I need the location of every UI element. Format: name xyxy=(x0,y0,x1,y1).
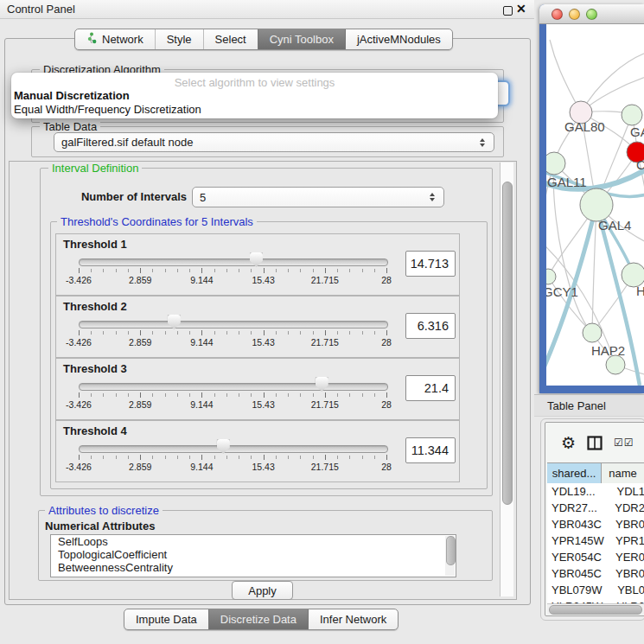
threshold-value-field[interactable]: 14.713 xyxy=(405,251,456,277)
network-node-label: GA xyxy=(630,124,644,139)
axis-major-tick xyxy=(386,392,387,398)
table-row[interactable]: YDL19...YDL1 xyxy=(547,483,644,500)
tab-jactivemnodules[interactable]: jActiveMNodules xyxy=(345,29,452,49)
cell-shared-name[interactable]: YER054C xyxy=(547,549,610,565)
axis-major-tick xyxy=(386,330,387,335)
tab-infer-network[interactable]: Infer Network xyxy=(308,609,398,629)
axis-major-tick xyxy=(79,268,80,273)
numerical-attributes-label: Numerical Attributes xyxy=(45,520,155,532)
table-data-combo[interactable]: galFiltered.sif default node xyxy=(54,132,494,152)
tab-select[interactable]: Select xyxy=(203,29,258,49)
axis-major-tick xyxy=(325,392,326,398)
network-node-label: GCY1 xyxy=(546,284,578,299)
number-of-intervals-combo[interactable]: 5 xyxy=(192,187,444,207)
cell-name[interactable]: YER0 xyxy=(610,549,644,565)
column-header-name[interactable]: name xyxy=(602,463,644,484)
axis-label: 28 xyxy=(381,462,392,472)
tab-style[interactable]: Style xyxy=(155,29,203,49)
cell-shared-name[interactable]: YBL079W xyxy=(547,582,612,598)
cell-name[interactable]: YBR0 xyxy=(610,516,644,532)
threshold-value-field[interactable]: 11.344 xyxy=(405,437,456,463)
axis-label: -3.426 xyxy=(66,275,92,285)
network-node[interactable] xyxy=(583,323,602,342)
axis-major-tick xyxy=(201,330,202,335)
select-columns-checkboxes-icon[interactable]: ☑☑ xyxy=(614,437,634,449)
slider-tick-marks xyxy=(79,331,387,335)
axis-label: 28 xyxy=(381,399,392,410)
table-body: YDL19...YDL1YDR27...YDR2YBR043CYBR0YPR14… xyxy=(547,483,644,603)
algorithm-option[interactable]: Equal Width/Frequency Discretization xyxy=(11,103,498,117)
table-panel-header: Table Panel xyxy=(534,394,644,417)
axis-label: 15.43 xyxy=(252,462,274,472)
list-scrollbar[interactable] xyxy=(445,536,455,576)
slider-track[interactable] xyxy=(79,383,388,391)
table-row[interactable]: YBR043CYBR0 xyxy=(547,516,644,532)
table-row[interactable]: YBL079WYBL0 xyxy=(547,582,644,598)
table-row[interactable]: YBR045CYBR0 xyxy=(547,565,644,582)
tab-network[interactable]: Network xyxy=(75,29,155,49)
close-icon[interactable]: ✕ xyxy=(516,2,526,16)
network-node[interactable] xyxy=(606,355,625,374)
zoom-traffic-light[interactable] xyxy=(586,9,597,20)
tab-label: Discretize Data xyxy=(220,613,296,626)
cell-name[interactable]: YDL1 xyxy=(611,483,644,500)
threshold-value-field[interactable]: 6.316 xyxy=(405,313,456,339)
split-columns-icon[interactable] xyxy=(587,436,603,450)
algorithm-options: Manual DiscretizationEqual Width/Frequen… xyxy=(11,89,498,117)
apply-button[interactable]: Apply xyxy=(232,581,293,600)
numerical-attributes-list[interactable]: SelfLoopsTopologicalCoefficientBetweenne… xyxy=(50,534,456,577)
table-horizontal-scrollbar-thumb[interactable] xyxy=(549,605,642,615)
network-node-label: GAL4 xyxy=(598,218,631,233)
table-row[interactable]: YDR27...YDR2 xyxy=(547,500,644,516)
cell-shared-name[interactable]: YPR145W xyxy=(547,532,610,549)
float-window-icon[interactable] xyxy=(503,6,513,16)
axis-major-tick xyxy=(140,455,141,460)
tab-cyni-toolbox[interactable]: Cyni Toolbox xyxy=(258,29,345,49)
cell-shared-name[interactable]: YBR045C xyxy=(547,565,610,582)
network-node-label: H xyxy=(636,284,644,298)
column-header-shared-[interactable]: shared... xyxy=(547,463,602,484)
slider-track[interactable] xyxy=(79,258,388,266)
close-traffic-light[interactable] xyxy=(552,9,563,20)
cell-shared-name[interactable]: YBR043C xyxy=(547,516,610,532)
table-row[interactable]: YPR145WYPR1 xyxy=(547,532,644,549)
list-scrollbar-thumb[interactable] xyxy=(446,536,456,565)
network-node[interactable] xyxy=(546,152,565,175)
attribute-list-item[interactable]: TopologicalCoefficient xyxy=(51,548,456,561)
attribute-list-item[interactable]: BetweennessCentrality xyxy=(51,561,456,574)
vertical-scrollbar-thumb[interactable] xyxy=(502,182,513,505)
tab-impute-data[interactable]: Impute Data xyxy=(124,609,208,629)
attribute-list-item[interactable]: SelfLoops xyxy=(51,535,456,548)
algorithm-option[interactable]: Manual Discretization xyxy=(11,89,498,103)
minimize-traffic-light[interactable] xyxy=(569,9,580,20)
tab-discretize-data[interactable]: Discretize Data xyxy=(208,609,308,629)
threshold-label: Threshold 4 xyxy=(63,424,127,437)
axis-major-tick xyxy=(140,330,141,335)
network-node[interactable] xyxy=(580,188,613,221)
axis-label: -3.426 xyxy=(66,337,92,348)
network-canvas[interactable]: GAL80GACGAL11GAL4GCY1HHAP2 xyxy=(546,24,644,386)
cell-name[interactable]: YBL0 xyxy=(612,582,644,598)
slider-track[interactable] xyxy=(79,321,388,328)
table-row[interactable]: YER054CYER0 xyxy=(547,549,644,565)
cell-name[interactable]: YDR2 xyxy=(609,500,644,516)
cell-name[interactable]: YPR1 xyxy=(610,532,644,549)
cell-name[interactable]: YBR0 xyxy=(610,565,644,582)
threshold-panel: Threshold 3-3.4262.8599.14415.4321.71528… xyxy=(55,358,460,420)
gear-icon[interactable]: ⚙ xyxy=(561,435,576,451)
vertical-scrollbar[interactable] xyxy=(500,163,513,596)
axis-major-tick xyxy=(79,455,80,460)
network-node[interactable] xyxy=(622,105,642,125)
table-toolbar: ⚙ ☑☑ xyxy=(545,423,644,462)
threshold-value-field[interactable]: 21.4 xyxy=(405,375,456,401)
network-node[interactable] xyxy=(546,269,556,284)
table-header-row: shared...name xyxy=(547,462,644,485)
threshold-panel: Threshold 1-3.4262.8599.14415.4321.71528… xyxy=(55,233,460,296)
slider-track[interactable] xyxy=(79,445,388,453)
table-horizontal-scrollbar[interactable] xyxy=(547,603,644,615)
axis-major-tick xyxy=(140,392,141,398)
axis-major-tick xyxy=(325,455,326,460)
axis-label: 2.859 xyxy=(129,399,151,410)
cell-shared-name[interactable]: YDL19... xyxy=(547,483,611,500)
cell-shared-name[interactable]: YDR27... xyxy=(547,500,609,516)
